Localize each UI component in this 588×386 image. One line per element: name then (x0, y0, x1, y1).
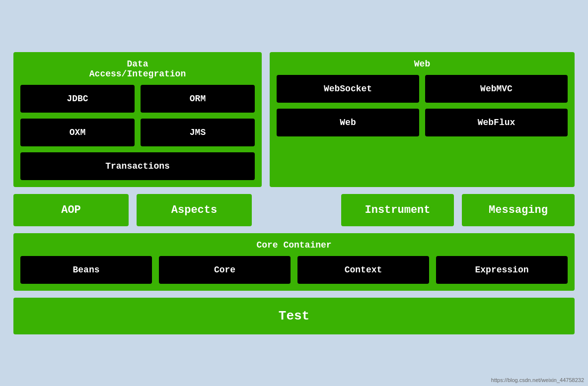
messaging-panel: Messaging (462, 194, 575, 226)
core-container-panel: Core Container Beans Core Context Expres… (13, 233, 575, 291)
jms-box: JMS (141, 119, 255, 146)
core-box: Core (159, 256, 291, 284)
web-panel: Web WebSocket WebMVC Web WebFlux (270, 52, 575, 187)
jdbc-box: JDBC (20, 85, 135, 113)
aop-panel: AOP (13, 194, 129, 226)
transactions-box: Transactions (20, 152, 255, 180)
websocket-box: WebSocket (277, 75, 419, 103)
webmvc-box: WebMVC (425, 75, 568, 103)
beans-box: Beans (20, 256, 152, 284)
gap (260, 194, 333, 226)
row1: Data Access/Integration JDBC ORM OXM JMS… (13, 52, 575, 187)
web-title: Web (277, 59, 568, 69)
orm-box: ORM (141, 85, 255, 113)
web-grid: WebSocket WebMVC Web WebFlux (277, 75, 568, 136)
core-container-grid: Beans Core Context Expression (20, 256, 568, 284)
context-box: Context (297, 256, 429, 284)
expression-box: Expression (436, 256, 568, 284)
aspects-panel: Aspects (137, 194, 252, 226)
watermark: https://blog.csdn.net/weixin_44758232 (491, 377, 584, 383)
data-access-panel: Data Access/Integration JDBC ORM OXM JMS… (13, 52, 262, 187)
spring-framework-diagram: Data Access/Integration JDBC ORM OXM JMS… (13, 52, 575, 334)
data-access-title: Data Access/Integration (20, 59, 255, 79)
row2: AOP Aspects Instrument Messaging (13, 194, 575, 226)
web-box: Web (277, 109, 419, 136)
data-access-grid: JDBC ORM OXM JMS (20, 85, 255, 146)
core-container-title: Core Container (20, 240, 568, 250)
instrument-panel: Instrument (341, 194, 454, 226)
oxm-box: OXM (20, 119, 135, 146)
webflux-box: WebFlux (425, 109, 568, 136)
test-panel: Test (13, 298, 575, 334)
